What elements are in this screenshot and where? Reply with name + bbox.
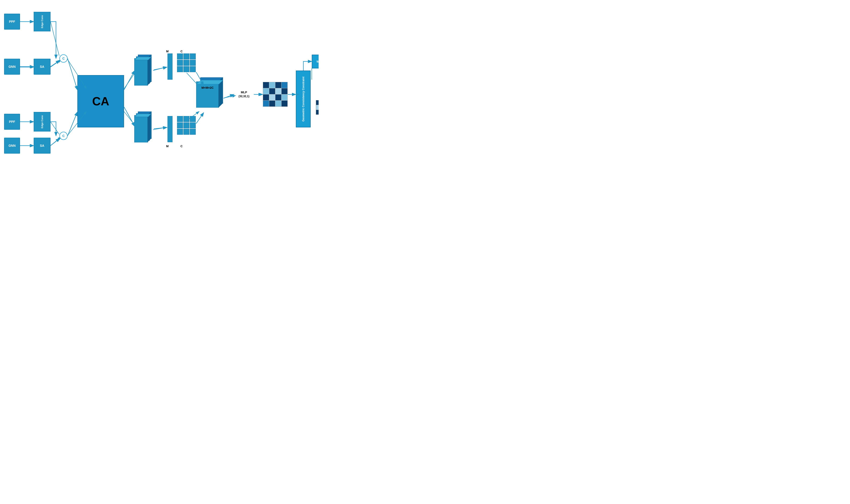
edge-conv-bottom-block: Edge Conv — [34, 112, 51, 131]
lower-stacked-layers — [134, 111, 153, 144]
circle-c-bottom: C — [59, 132, 68, 140]
lower-c-grid — [177, 116, 196, 135]
lower-c-label: C — [180, 144, 182, 148]
diagram-container: PPF Edge Conv GNN SA C PPF Edge Conv GNN… — [0, 0, 319, 189]
edge-conv-top-block: Edge Conv — [34, 12, 51, 31]
lower-m-label: M — [166, 144, 169, 148]
checkerboard-matrix — [263, 82, 288, 107]
upper-c-label: C — [180, 50, 182, 53]
mlp-label: MLP(32,32,1) — [238, 91, 249, 98]
svg-line-31 — [68, 112, 77, 136]
svg-line-2 — [51, 22, 59, 56]
svg-line-7 — [51, 122, 59, 134]
gnn-top-block: GNN — [4, 59, 20, 75]
svg-line-34 — [154, 67, 167, 70]
svg-line-4 — [51, 60, 61, 67]
ppf-top-block: PPF — [4, 14, 20, 30]
svg-line-35 — [154, 127, 167, 129]
svg-line-14 — [153, 127, 166, 130]
upper-m-label: M — [166, 50, 169, 53]
mxmx2c-label: M×M×2C — [196, 86, 219, 89]
svg-line-32 — [124, 71, 135, 90]
ppf-bottom-block: PPF — [4, 114, 20, 130]
circle-c-top: C — [59, 54, 68, 62]
output-checkerboard — [316, 100, 319, 115]
svg-line-26 — [51, 60, 60, 67]
gnn-bottom-block: GNN — [4, 138, 20, 154]
svg-line-9 — [51, 137, 61, 146]
sa-top-block: SA — [34, 59, 51, 75]
upper-m-column — [167, 53, 173, 79]
geometric-consistency-block: Geometric Consistency Constraint — [296, 71, 311, 127]
mlp-block: MLP(32,32,1) — [234, 84, 254, 105]
svg-line-30 — [51, 138, 60, 146]
upper-stacked-layers — [134, 55, 153, 88]
svg-line-27 — [68, 58, 77, 90]
upper-c-grid — [177, 53, 196, 72]
svg-line-13 — [153, 67, 166, 71]
weighted-svd-block: Weighted SVD — [312, 55, 319, 68]
svg-line-33 — [124, 107, 135, 126]
sa-bottom-block: SA — [34, 138, 51, 154]
svg-line-37 — [196, 113, 204, 124]
ca-block: CA — [77, 75, 124, 127]
mxmx2c-cube: M×M×2C — [196, 77, 226, 110]
lower-m-column — [167, 116, 173, 142]
